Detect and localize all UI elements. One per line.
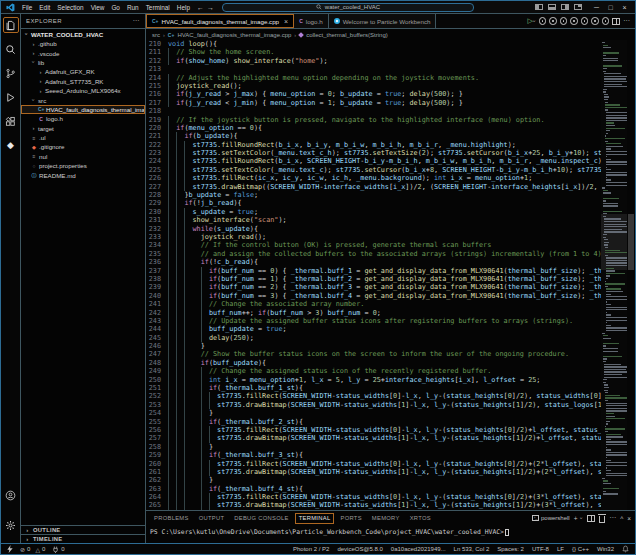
panel-tab-terminal[interactable]: TERMINAL (295, 513, 335, 524)
minimap[interactable] (601, 40, 627, 510)
menu-view[interactable]: View (88, 3, 108, 12)
code-editor[interactable]: 210void loop(){211// Show the home scree… (146, 40, 601, 510)
code-line[interactable]: 244buff_update = true; (146, 325, 601, 333)
menu-run[interactable]: Run (124, 3, 142, 12)
settings-gear-icon[interactable] (3, 517, 19, 533)
panel-tab-debug-console[interactable]: DEBUG CONSOLE (230, 513, 292, 524)
activity-bar-item-source-control[interactable] (3, 65, 19, 81)
code-line[interactable]: 241// Change the associated array number… (146, 300, 601, 308)
maximize-panel-button[interactable]: ^ (620, 515, 623, 522)
close-button[interactable]: × (618, 1, 631, 13)
code-line[interactable]: 247// Show the buffer status icons on th… (146, 350, 601, 358)
tree-item-nul[interactable]: ≡nul (21, 152, 145, 161)
menu-selection[interactable]: Selection (54, 3, 86, 12)
tree-item-adafruit-st7735-rk[interactable]: ›Adafruit_ST7735_RK (21, 77, 145, 86)
code-line[interactable]: 255if(_thermal.buff_2_st){ (146, 418, 601, 426)
panel-tab-memory[interactable]: MEMORY (368, 513, 404, 524)
code-line[interactable]: 250int i_x = menu_option+1, l_x = 5, l_y… (146, 376, 601, 384)
code-line[interactable]: 245delay(250); (146, 334, 601, 342)
code-line[interactable]: 216if(j_y_read > j_max) { menu_option = … (146, 90, 601, 98)
breadcrumb-symbol[interactable]: collect_thermal_buffers(String) (306, 32, 388, 38)
minimize-button[interactable]: ─ (590, 1, 603, 13)
tree-item--gitignore[interactable]: ◆.gitignore (21, 142, 145, 151)
activity-bar-item-explorer[interactable] (3, 17, 19, 33)
menu-go[interactable]: Go (108, 3, 123, 12)
code-line[interactable]: 221if(b_update){ (146, 132, 601, 140)
code-line[interactable]: 219// If the joystick button is pressed,… (146, 116, 601, 124)
code-line[interactable]: 211// Show the home screen. (146, 48, 601, 56)
tree-item--github[interactable]: ›.github (21, 39, 145, 48)
status-win32[interactable]: Win32 (597, 546, 614, 552)
status-spaces-2[interactable]: Spaces: 2 (497, 546, 524, 552)
code-line[interactable]: 257st7735.drawBitmap(SCREEN_WIDTH-status… (146, 434, 601, 442)
panel-tab-problems[interactable]: PROBLEMS (150, 513, 193, 524)
code-line[interactable]: 222st7735.fillRoundRect(b_i_x, b_i_y, m_… (146, 141, 601, 149)
sidebar-section-outline[interactable]: ›OUTLINE (21, 525, 145, 534)
code-line[interactable]: 220if(menu_option == 0){ (146, 124, 601, 132)
code-line[interactable]: 237if(buff_num == 0) { _thermal.buff_1 =… (146, 267, 601, 275)
code-line[interactable]: 210void loop(){ (146, 40, 601, 48)
code-line[interactable]: 223st7735.setTextColor(_menu.text_c_h); … (146, 149, 601, 157)
particle-action-icon-2[interactable] (549, 17, 557, 25)
code-line[interactable]: 215joystick_read(); (146, 82, 601, 90)
tree-item-hvac-fault-diagnosis-thermal-image-cpp[interactable]: C+HVAC_fault_diagnosis_thermal_image.cpp (21, 105, 145, 114)
code-line[interactable]: 226st7735.fillRect(ic_x, ic_y, ic_w, ic_… (146, 174, 601, 182)
accounts-icon[interactable] (3, 487, 19, 503)
code-line[interactable]: 228}b_update = false; (146, 191, 601, 199)
tree-item-project-properties[interactable]: ○project.properties (21, 161, 145, 170)
toggle-secondary-sidebar-icon[interactable] (561, 4, 569, 11)
explorer-more-actions-icon[interactable]: ⋯ (133, 17, 140, 25)
split-editor-icon[interactable] (612, 18, 620, 25)
nav-back-button[interactable]: ← (197, 4, 204, 11)
tree-item--vscode[interactable]: ›.vscode (21, 48, 145, 57)
code-line[interactable]: 217if(j_y_read < j_min) { menu_option = … (146, 99, 601, 107)
customize-layout-icon[interactable] (574, 4, 582, 11)
code-line[interactable]: 265st7735.drawBitmap(SCREEN_WIDTH-status… (146, 501, 601, 509)
tree-item--ul[interactable]: ≡.ul (21, 133, 145, 142)
code-line[interactable]: 212if(show_home) show_interface("home"); (146, 57, 601, 65)
close-panel-button[interactable]: × (627, 515, 631, 522)
status-deviceos-5-8-0[interactable]: deviceOS@5.8.0 (337, 546, 382, 552)
shell-badge[interactable]: ›_ powershell (532, 515, 570, 521)
code-line[interactable]: 230s_update = true; (146, 208, 601, 216)
status--c-[interactable]: {} C++ (572, 546, 589, 552)
editor-tab-particle[interactable]: Welcome to Particle Workbench (329, 14, 437, 28)
breadcrumb-folder[interactable]: src (152, 32, 160, 38)
code-line[interactable]: 235// and assign the collected buffers t… (146, 250, 601, 258)
status-lf[interactable]: LF (557, 546, 564, 552)
status-utf-8[interactable]: UTF-8 (532, 546, 549, 552)
particle-action-icon-3[interactable] (560, 17, 568, 25)
code-line[interactable]: 254} (146, 409, 601, 417)
tree-item-lib[interactable]: ›lib (21, 58, 145, 67)
particle-action-icon-4[interactable] (570, 17, 578, 25)
status-photon-2-p2[interactable]: Photon 2 / P2 (293, 546, 329, 552)
code-line[interactable]: 227st7735.drawBitmap((SCREEN_WIDTH-inter… (146, 183, 601, 191)
code-line[interactable]: 233joystick_read(); (146, 233, 601, 241)
scrollbar-thumb[interactable] (628, 214, 634, 270)
code-line[interactable]: 225st7735.setTextColor(_menu.text_c); st… (146, 166, 601, 174)
activity-bar-item-search[interactable] (3, 41, 19, 57)
particle-action-icon-7[interactable] (602, 17, 610, 25)
new-terminal-button[interactable]: + (574, 515, 578, 522)
code-line[interactable]: 240if(buff_num == 3) { _thermal.buff_4 =… (146, 292, 601, 300)
tree-item-adafruit-gfx-rk[interactable]: ›Adafruit_GFX_RK (21, 67, 145, 76)
code-line[interactable]: 251if(_thermal.buff_1_st){ (146, 384, 601, 392)
toggle-sidebar-icon[interactable] (535, 4, 543, 11)
code-line[interactable]: 262} (146, 476, 601, 484)
code-line[interactable]: 232while(s_update){ (146, 225, 601, 233)
editor-scrollbar[interactable] (627, 40, 635, 510)
code-line[interactable]: 256st7735.fillRect(SCREEN_WIDTH-status_w… (146, 426, 601, 434)
code-line[interactable]: 261st7735.drawBitmap(SCREEN_WIDTH-status… (146, 468, 601, 476)
kill-terminal-icon[interactable] (599, 516, 605, 523)
panel-tab-ports[interactable]: PORTS (336, 513, 365, 524)
sidebar-section-timeline[interactable]: ›TIMELINE (21, 534, 145, 543)
code-line[interactable]: 242buff_num++; if(buff_num > 3) buff_num… (146, 309, 601, 317)
code-line[interactable]: 213 (146, 65, 601, 73)
terminal-content[interactable]: PS C:\Users\kutlu\OneDrive\Documents\Par… (146, 525, 635, 543)
code-line[interactable]: 248if(buff_update){ (146, 359, 601, 367)
toggle-panel-icon[interactable] (548, 4, 556, 11)
code-line[interactable]: 238if(buff_num == 1) { _thermal.buff_2 =… (146, 275, 601, 283)
tree-item-src[interactable]: ›src (21, 95, 145, 104)
code-line[interactable]: 263if(_thermal.buff_4_st){ (146, 485, 601, 493)
nav-forward-button[interactable]: → (207, 4, 214, 11)
